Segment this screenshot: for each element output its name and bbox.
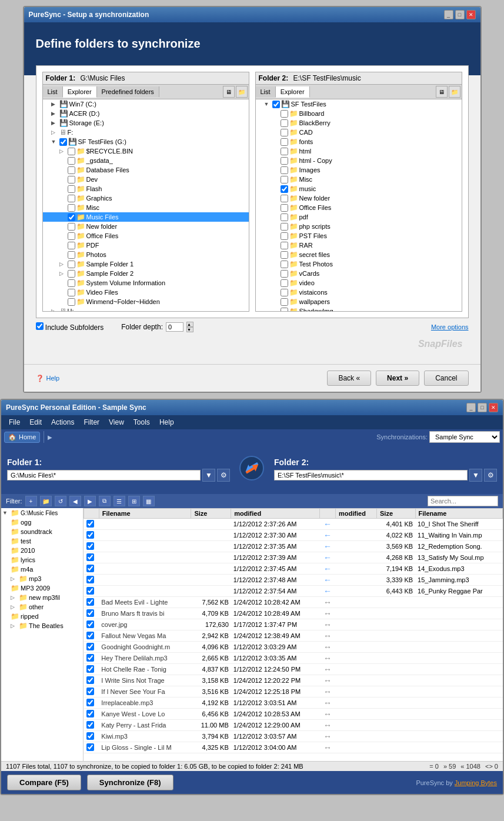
row-check[interactable] <box>84 608 99 619</box>
phpscripts-checkbox[interactable] <box>281 223 288 231</box>
filter-list-btn[interactable]: ☰ <box>114 496 125 506</box>
newfolder-checkbox[interactable] <box>68 223 75 231</box>
tree-item[interactable]: 📁 Office Files <box>43 231 249 241</box>
tree-item[interactable]: 📁 Office Files <box>256 203 462 212</box>
shadowimg-checkbox[interactable] <box>281 308 288 312</box>
include-subfolders-checkbox[interactable] <box>36 322 44 330</box>
filter-refresh-btn[interactable]: ↺ <box>55 496 66 506</box>
tree-item[interactable]: 📁 vCards <box>256 269 462 278</box>
expand-icon[interactable]: ▷ <box>11 604 19 610</box>
tree-item[interactable]: 📁 wallpapers <box>256 297 462 306</box>
row-check[interactable] <box>84 742 99 753</box>
folder1-tab-predefined[interactable]: Predefined folders <box>97 86 159 97</box>
tree-item[interactable]: ▶ 💾 Win7 (C:) <box>43 99 249 109</box>
back-button[interactable]: Back « <box>327 371 371 386</box>
include-subfolders-label[interactable]: Include Subfolders <box>36 322 104 332</box>
expand-icon[interactable]: ▷ <box>59 261 68 267</box>
row-check[interactable] <box>84 731 99 742</box>
minimize-button[interactable]: _ <box>444 10 453 19</box>
expand-icon[interactable]: ▼ <box>51 139 59 145</box>
expand-icon[interactable]: ▷ <box>11 595 19 600</box>
list-item[interactable]: 📁 lyrics <box>1 555 83 565</box>
tree-item[interactable]: 📁 Misc <box>256 175 462 184</box>
expand-icon[interactable]: ▷ <box>59 271 68 276</box>
html-checkbox[interactable] <box>281 148 288 155</box>
tree-item[interactable]: 📁 php scripts <box>256 222 462 231</box>
row-check[interactable] <box>84 541 99 552</box>
row-check[interactable] <box>84 720 99 731</box>
expand-icon[interactable]: ▶ <box>51 111 59 116</box>
secretfiles-checkbox[interactable] <box>281 251 288 259</box>
list-item[interactable]: 📁 m4a <box>1 565 83 574</box>
folder2-browse-icon[interactable]: 📁 <box>449 86 460 98</box>
row-check[interactable] <box>84 675 99 686</box>
col-modified2[interactable]: modified <box>336 509 377 519</box>
expand-icon[interactable]: ▷ <box>11 576 19 582</box>
music-files-checkbox[interactable] <box>68 213 75 221</box>
video-checkbox[interactable] <box>281 279 288 287</box>
close-button[interactable]: ✕ <box>466 10 476 19</box>
jumping-bytes-link[interactable]: Jumping Bytes <box>455 779 497 786</box>
row-check[interactable] <box>84 642 99 653</box>
tree-item[interactable]: 📁 Winmend~Folder~Hidden <box>43 297 249 306</box>
tree-item[interactable]: ▷ 🖥 F: <box>43 128 249 137</box>
filter-folder-btn[interactable]: 📁 <box>40 496 52 506</box>
tree-item[interactable]: 📁 ShadowImg <box>256 306 462 311</box>
menu-edit[interactable]: Edit <box>25 416 46 428</box>
filter-cols-btn[interactable]: ▦ <box>143 496 155 506</box>
sync-dropdown[interactable]: Sample Sync <box>429 431 500 443</box>
tree-root[interactable]: ▼ 📁 G:\Music Files <box>1 508 83 518</box>
list-item[interactable]: 📁 2010 <box>1 546 83 555</box>
recycle-checkbox[interactable] <box>68 148 75 155</box>
filter-right-btn[interactable]: ▶ <box>84 496 96 506</box>
row-check[interactable] <box>84 697 99 709</box>
tree-item[interactable]: 📁 RAR <box>256 241 462 250</box>
row-check[interactable] <box>84 519 99 530</box>
depth-up-btn[interactable]: ▲ <box>186 322 193 327</box>
rar-checkbox[interactable] <box>281 242 288 249</box>
depth-down-btn[interactable]: ▼ <box>186 327 193 332</box>
folder1-tab-explorer[interactable]: Explorer <box>63 86 97 98</box>
officefiles2-checkbox[interactable] <box>281 204 288 212</box>
tree-item[interactable]: 📁 Billboard <box>256 109 462 118</box>
tree-item[interactable]: 📁 secret files <box>256 250 462 259</box>
sf-testfiles-g-checkbox[interactable] <box>59 138 67 146</box>
newfolder2-checkbox[interactable] <box>281 195 288 202</box>
menu-file[interactable]: File <box>4 416 25 428</box>
menu-view[interactable]: View <box>104 416 129 428</box>
tree-item[interactable]: 📁 Database Files <box>43 165 249 175</box>
tree-item[interactable]: 📁 pdf <box>256 212 462 222</box>
wallpapers-checkbox[interactable] <box>281 298 288 306</box>
tree-item[interactable]: ▶ 💾 ACER (D:) <box>43 109 249 118</box>
tree-item[interactable]: 📁 vistaicons <box>256 288 462 297</box>
tree-item[interactable]: 📁 New folder <box>256 193 462 203</box>
sftestfiles-e-checkbox[interactable] <box>272 101 280 108</box>
toolbar-nav-icon[interactable]: ▶ <box>48 434 52 440</box>
menu-filter[interactable]: Filter <box>79 416 104 428</box>
fonts-checkbox[interactable] <box>281 138 288 146</box>
tree-item[interactable]: ▼ 💾 SF TestFiles <box>256 99 462 109</box>
expand-icon[interactable]: ▷ <box>59 148 68 154</box>
filter-copy-btn[interactable]: ⧉ <box>99 496 111 506</box>
tree-item[interactable]: 📁 PDF <box>43 241 249 250</box>
main-maximize-btn[interactable]: □ <box>478 403 487 412</box>
more-options-link[interactable]: More options <box>431 323 469 331</box>
sysvolinfo-checkbox[interactable] <box>68 279 75 287</box>
videofiles-checkbox[interactable] <box>68 289 75 296</box>
tree-item[interactable]: 📁 System Volume Information <box>43 278 249 288</box>
tree-item[interactable]: ▶ 💾 Storage (E:) <box>43 118 249 128</box>
tree-item[interactable]: 📁 Flash <box>43 184 249 193</box>
filter-left-btn[interactable]: ◀ <box>69 496 81 506</box>
folder-depth-input[interactable] <box>166 322 183 332</box>
blackberry-checkbox[interactable] <box>281 119 288 127</box>
testphotos-checkbox[interactable] <box>281 261 288 268</box>
row-check[interactable] <box>84 575 99 586</box>
misc-checkbox[interactable] <box>68 204 75 212</box>
folder1-path-input[interactable] <box>7 470 201 480</box>
vistaicons-checkbox[interactable] <box>281 289 288 296</box>
folder2-settings-btn[interactable]: ⚙ <box>484 469 497 482</box>
tree-item[interactable]: 📁 PST Files <box>256 231 462 241</box>
row-check[interactable] <box>84 653 99 664</box>
expand-icon[interactable]: ▷ <box>11 623 19 629</box>
row-check[interactable] <box>84 586 99 597</box>
